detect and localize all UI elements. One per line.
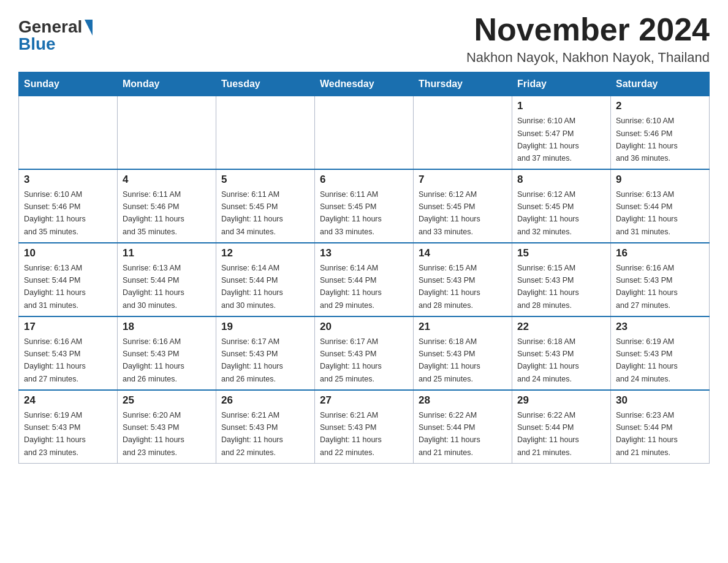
header-saturday: Saturday	[611, 72, 710, 96]
day-info: Sunrise: 6:14 AMSunset: 5:44 PMDaylight:…	[320, 264, 382, 310]
day-info: Sunrise: 6:17 AMSunset: 5:43 PMDaylight:…	[221, 337, 283, 383]
day-info: Sunrise: 6:11 AMSunset: 5:45 PMDaylight:…	[221, 190, 283, 236]
calendar-cell: 23Sunrise: 6:19 AMSunset: 5:43 PMDayligh…	[611, 316, 710, 390]
calendar-cell: 17Sunrise: 6:16 AMSunset: 5:43 PMDayligh…	[19, 316, 118, 390]
day-info: Sunrise: 6:18 AMSunset: 5:43 PMDaylight:…	[419, 337, 480, 383]
day-number: 2	[616, 100, 704, 112]
calendar-cell: 20Sunrise: 6:17 AMSunset: 5:43 PMDayligh…	[315, 316, 414, 390]
day-number: 16	[616, 247, 704, 259]
day-number: 7	[419, 174, 507, 186]
day-info: Sunrise: 6:21 AMSunset: 5:43 PMDaylight:…	[320, 411, 382, 457]
calendar-cell: 16Sunrise: 6:16 AMSunset: 5:43 PMDayligh…	[611, 243, 710, 316]
day-number: 1	[517, 100, 605, 112]
header-wednesday: Wednesday	[315, 72, 414, 96]
day-number: 19	[221, 321, 309, 333]
calendar-cell: 1Sunrise: 6:10 AMSunset: 5:47 PMDaylight…	[512, 96, 611, 169]
day-number: 23	[616, 321, 704, 333]
calendar-cell: 22Sunrise: 6:18 AMSunset: 5:43 PMDayligh…	[512, 316, 611, 390]
calendar-cell: 9Sunrise: 6:13 AMSunset: 5:44 PMDaylight…	[611, 169, 710, 243]
header-sunday: Sunday	[19, 72, 118, 96]
calendar-week-row: 24Sunrise: 6:19 AMSunset: 5:43 PMDayligh…	[19, 390, 710, 464]
day-number: 26	[221, 394, 309, 407]
day-number: 24	[24, 394, 112, 407]
day-info: Sunrise: 6:13 AMSunset: 5:44 PMDaylight:…	[24, 264, 86, 310]
logo-general-text: General	[18, 18, 82, 36]
calendar-cell: 18Sunrise: 6:16 AMSunset: 5:43 PMDayligh…	[118, 316, 216, 390]
header-tuesday: Tuesday	[216, 72, 315, 96]
calendar-cell: 8Sunrise: 6:12 AMSunset: 5:45 PMDaylight…	[512, 169, 611, 243]
calendar-cell: 21Sunrise: 6:18 AMSunset: 5:43 PMDayligh…	[414, 316, 512, 390]
logo: General Blue	[18, 18, 93, 53]
day-number: 3	[24, 174, 112, 186]
header-monday: Monday	[118, 72, 216, 96]
calendar-cell: 24Sunrise: 6:19 AMSunset: 5:43 PMDayligh…	[19, 390, 118, 464]
calendar-cell: 19Sunrise: 6:17 AMSunset: 5:43 PMDayligh…	[216, 316, 315, 390]
calendar-cell: 7Sunrise: 6:12 AMSunset: 5:45 PMDaylight…	[414, 169, 512, 243]
day-info: Sunrise: 6:13 AMSunset: 5:44 PMDaylight:…	[123, 264, 184, 310]
calendar-cell: 27Sunrise: 6:21 AMSunset: 5:43 PMDayligh…	[315, 390, 414, 464]
month-title: November 2024	[466, 12, 710, 47]
calendar-cell: 10Sunrise: 6:13 AMSunset: 5:44 PMDayligh…	[19, 243, 118, 316]
header-friday: Friday	[512, 72, 611, 96]
logo-blue-text: Blue	[18, 36, 56, 53]
day-number: 17	[24, 321, 112, 333]
day-number: 30	[616, 394, 704, 407]
calendar-week-row: 3Sunrise: 6:10 AMSunset: 5:46 PMDaylight…	[19, 169, 710, 243]
calendar-cell: 4Sunrise: 6:11 AMSunset: 5:46 PMDaylight…	[118, 169, 216, 243]
header-thursday: Thursday	[414, 72, 512, 96]
day-number: 25	[123, 394, 211, 407]
day-info: Sunrise: 6:16 AMSunset: 5:43 PMDaylight:…	[123, 337, 184, 383]
day-number: 28	[419, 394, 507, 407]
day-info: Sunrise: 6:10 AMSunset: 5:46 PMDaylight:…	[616, 117, 678, 163]
day-number: 27	[320, 394, 408, 407]
day-number: 9	[616, 174, 704, 186]
day-info: Sunrise: 6:17 AMSunset: 5:43 PMDaylight:…	[320, 337, 382, 383]
day-info: Sunrise: 6:18 AMSunset: 5:43 PMDaylight:…	[517, 337, 579, 383]
calendar-cell: 30Sunrise: 6:23 AMSunset: 5:44 PMDayligh…	[611, 390, 710, 464]
logo-triangle-icon	[85, 20, 93, 36]
calendar-cell	[414, 96, 512, 169]
calendar-cell: 25Sunrise: 6:20 AMSunset: 5:43 PMDayligh…	[118, 390, 216, 464]
day-number: 11	[123, 247, 211, 259]
calendar-cell: 6Sunrise: 6:11 AMSunset: 5:45 PMDaylight…	[315, 169, 414, 243]
location-title: Nakhon Nayok, Nakhon Nayok, Thailand	[466, 50, 710, 66]
calendar-cell: 14Sunrise: 6:15 AMSunset: 5:43 PMDayligh…	[414, 243, 512, 316]
calendar-cell: 3Sunrise: 6:10 AMSunset: 5:46 PMDaylight…	[19, 169, 118, 243]
page-header: General Blue November 2024 Nakhon Nayok,…	[18, 12, 710, 66]
day-number: 10	[24, 247, 112, 259]
calendar-week-row: 17Sunrise: 6:16 AMSunset: 5:43 PMDayligh…	[19, 316, 710, 390]
day-number: 18	[123, 321, 211, 333]
calendar-cell: 13Sunrise: 6:14 AMSunset: 5:44 PMDayligh…	[315, 243, 414, 316]
calendar-cell: 28Sunrise: 6:22 AMSunset: 5:44 PMDayligh…	[414, 390, 512, 464]
day-number: 5	[221, 174, 309, 186]
day-info: Sunrise: 6:19 AMSunset: 5:43 PMDaylight:…	[616, 337, 678, 383]
calendar-cell: 5Sunrise: 6:11 AMSunset: 5:45 PMDaylight…	[216, 169, 315, 243]
day-info: Sunrise: 6:19 AMSunset: 5:43 PMDaylight:…	[24, 411, 86, 457]
day-info: Sunrise: 6:22 AMSunset: 5:44 PMDaylight:…	[517, 411, 579, 457]
calendar-header-row: SundayMondayTuesdayWednesdayThursdayFrid…	[19, 72, 710, 96]
day-number: 22	[517, 321, 605, 333]
day-info: Sunrise: 6:21 AMSunset: 5:43 PMDaylight:…	[221, 411, 283, 457]
day-info: Sunrise: 6:15 AMSunset: 5:43 PMDaylight:…	[419, 264, 480, 310]
day-info: Sunrise: 6:13 AMSunset: 5:44 PMDaylight:…	[616, 190, 678, 236]
day-info: Sunrise: 6:15 AMSunset: 5:43 PMDaylight:…	[517, 264, 579, 310]
day-info: Sunrise: 6:10 AMSunset: 5:47 PMDaylight:…	[517, 117, 579, 163]
title-area: November 2024 Nakhon Nayok, Nakhon Nayok…	[466, 12, 710, 66]
day-info: Sunrise: 6:23 AMSunset: 5:44 PMDaylight:…	[616, 411, 678, 457]
day-number: 8	[517, 174, 605, 186]
calendar-table: SundayMondayTuesdayWednesdayThursdayFrid…	[18, 72, 710, 464]
calendar-cell: 26Sunrise: 6:21 AMSunset: 5:43 PMDayligh…	[216, 390, 315, 464]
calendar-cell: 29Sunrise: 6:22 AMSunset: 5:44 PMDayligh…	[512, 390, 611, 464]
day-info: Sunrise: 6:14 AMSunset: 5:44 PMDaylight:…	[221, 264, 283, 310]
day-number: 14	[419, 247, 507, 259]
calendar-week-row: 10Sunrise: 6:13 AMSunset: 5:44 PMDayligh…	[19, 243, 710, 316]
day-info: Sunrise: 6:16 AMSunset: 5:43 PMDaylight:…	[24, 337, 86, 383]
day-number: 15	[517, 247, 605, 259]
calendar-cell: 12Sunrise: 6:14 AMSunset: 5:44 PMDayligh…	[216, 243, 315, 316]
calendar-cell: 15Sunrise: 6:15 AMSunset: 5:43 PMDayligh…	[512, 243, 611, 316]
day-info: Sunrise: 6:22 AMSunset: 5:44 PMDaylight:…	[419, 411, 480, 457]
day-number: 4	[123, 174, 211, 186]
day-number: 29	[517, 394, 605, 407]
day-number: 12	[221, 247, 309, 259]
calendar-cell: 11Sunrise: 6:13 AMSunset: 5:44 PMDayligh…	[118, 243, 216, 316]
